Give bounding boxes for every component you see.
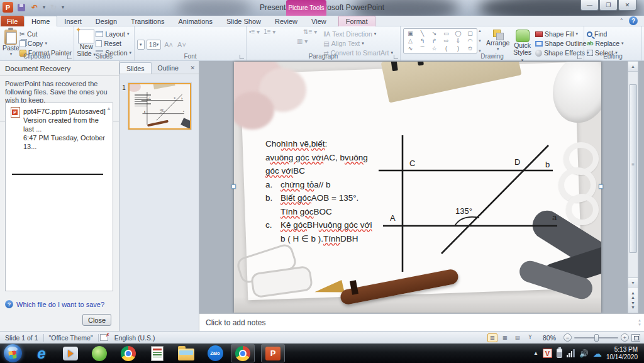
tab-view[interactable]: View — [304, 16, 333, 26]
taskbar-zalo-icon[interactable]: Zalo — [206, 345, 225, 362]
shapes-gallery[interactable]: ▣╲↘▭◯▢△↰↱⇨⇩◠∿⌒☆()✩ — [403, 28, 477, 53]
shape-icon[interactable]: ( — [445, 45, 447, 52]
arrange-button[interactable]: Arrange▾ — [486, 28, 509, 52]
shape-icon[interactable]: ▢ — [467, 30, 473, 37]
spellcheck-icon[interactable] — [100, 334, 108, 341]
shape-icon[interactable]: ◯ — [455, 30, 461, 37]
scrollbar-track[interactable] — [628, 72, 638, 277]
copy-button[interactable]: Copy▾ — [19, 39, 72, 48]
shrink-font-button[interactable]: A˅ — [176, 41, 187, 48]
shape-icon[interactable]: ▭ — [443, 30, 449, 37]
powerpoint-app-icon[interactable]: P — [3, 2, 13, 13]
restore-button[interactable]: ❐ — [599, 0, 618, 11]
shape-fill-button[interactable]: Shape Fill▾ — [535, 30, 591, 38]
layout-button[interactable]: Layout▾ — [96, 30, 131, 38]
network-signal-icon[interactable] — [567, 349, 575, 357]
tab-design[interactable]: Design — [89, 16, 124, 26]
undo-button[interactable]: ↶ — [30, 3, 40, 13]
previous-slide-button[interactable]: ▲▲ — [631, 291, 635, 299]
recovery-close-button[interactable]: Close — [82, 314, 111, 326]
shape-icon[interactable]: ⇩ — [456, 37, 461, 45]
selection-handle-left[interactable] — [231, 184, 236, 189]
shape-icon[interactable]: ↰ — [420, 37, 425, 45]
drawing-dialog-launcher[interactable] — [577, 55, 582, 59]
shape-icon[interactable]: ▣ — [408, 30, 413, 37]
scroll-up-arrow[interactable]: ▲ — [628, 62, 638, 72]
shape-icon[interactable]: ↘ — [432, 30, 437, 37]
tab-slides-thumbnails[interactable]: Slides — [119, 62, 152, 74]
shape-icon[interactable]: ) — [457, 45, 459, 52]
font-name-combo[interactable]: ▾ — [137, 40, 145, 50]
taskbar-chrome-active[interactable] — [231, 344, 255, 362]
shape-icon[interactable]: ☆ — [431, 45, 436, 52]
normal-view-button[interactable]: ▥ — [487, 333, 497, 342]
tab-insert[interactable]: Insert — [57, 16, 89, 26]
minimize-button[interactable]: — — [580, 0, 599, 11]
tab-format[interactable]: Format — [338, 16, 375, 26]
zoom-level[interactable]: 80% — [538, 334, 561, 342]
reading-view-button[interactable]: ▤ — [513, 333, 523, 342]
shape-icon[interactable]: ↱ — [432, 37, 437, 45]
filebox-scroll-arrow[interactable]: ▲ — [106, 106, 111, 111]
tab-animations[interactable]: Animations — [172, 16, 219, 26]
shape-icon[interactable]: ⇨ — [444, 37, 449, 45]
selection-handle-right[interactable] — [599, 184, 603, 189]
scroll-down-arrow[interactable]: ▼ — [628, 277, 638, 288]
font-size-combo[interactable]: 18▾ — [147, 40, 162, 50]
battery-icon[interactable] — [557, 349, 562, 358]
clipboard-dialog-launcher[interactable] — [67, 55, 72, 59]
paragraph-dialog-launcher[interactable] — [394, 55, 398, 59]
next-slide-button[interactable]: ▼▼ — [631, 301, 635, 310]
notes-placeholder[interactable]: Click to add notes — [206, 318, 265, 327]
vertical-scrollbar[interactable]: ▲ ▼ ▲▲ ▼▼ — [628, 61, 638, 313]
tab-outline[interactable]: Outline — [152, 62, 185, 74]
find-button[interactable]: Find — [587, 30, 639, 38]
shape-icon[interactable]: ✩ — [468, 45, 473, 52]
recovered-file-item[interactable]: ppt4F7C.pptm [Autosaved] Version created… — [6, 103, 113, 151]
help-button[interactable]: ? — [629, 16, 638, 25]
taskbar-clock[interactable]: 5:13 PM 10/14/2020 — [606, 346, 640, 361]
replace-button[interactable]: abReplace▾ — [587, 39, 639, 48]
zoom-slider-thumb[interactable] — [594, 334, 599, 342]
notes-pane[interactable]: Click to add notes ▲▼ — [199, 313, 644, 331]
redo-button[interactable]: ↻ — [48, 3, 58, 13]
slide-canvas[interactable]: CDbAa135° Cho hình vẽ, biết :a vuông góc… — [234, 62, 601, 313]
fit-to-window-button[interactable] — [631, 334, 640, 342]
taskbar-coccoc-icon[interactable] — [90, 345, 109, 362]
shape-outline-button[interactable]: Shape Outline▾ — [535, 39, 591, 48]
qat-customize-button[interactable]: ▾ — [62, 4, 64, 10]
start-button[interactable] — [4, 344, 22, 362]
volume-icon[interactable]: 🔊 — [579, 349, 589, 358]
taskbar-internet-explorer-icon[interactable]: e — [32, 345, 51, 362]
taskbar-file-explorer-icon[interactable] — [177, 345, 196, 362]
tab-home[interactable]: Home — [24, 16, 57, 26]
theme-name[interactable]: "Office Theme" — [44, 334, 98, 342]
hidden-icons-arrow[interactable]: ▲ — [533, 350, 538, 356]
zoom-out-button[interactable]: − — [564, 333, 572, 342]
grow-font-button[interactable]: A˄ — [163, 41, 174, 48]
shape-icon[interactable]: ╲ — [421, 30, 424, 37]
reset-button[interactable]: Reset — [96, 39, 131, 48]
tab-review[interactable]: Review — [268, 16, 304, 26]
zoom-slider[interactable] — [574, 337, 618, 338]
shape-icon[interactable]: ⌒ — [419, 45, 425, 52]
shape-icon[interactable]: △ — [408, 37, 413, 45]
notes-scroll-arrows[interactable]: ▲▼ — [638, 318, 641, 327]
bullets-button[interactable]: •≡ ▾ — [249, 28, 260, 35]
taskbar-chrome-icon[interactable] — [119, 345, 138, 362]
recovery-help-link[interactable]: ? Which file do I want to save? — [5, 300, 104, 308]
cut-button[interactable]: ✂Cut — [19, 30, 72, 38]
tab-slide-show[interactable]: Slide Show — [219, 16, 268, 26]
align-text-button[interactable]: ▤Align Text▾ — [323, 39, 393, 48]
taskbar-document-icon[interactable] — [148, 345, 167, 362]
slide-sorter-button[interactable]: ▦ — [500, 333, 510, 342]
tab-transitions[interactable]: Transitions — [124, 16, 171, 26]
slide-thumbnail[interactable]: CDbAa135° — [128, 83, 191, 130]
line-spacing-button[interactable]: ⇅≡ ▾ — [303, 28, 317, 35]
taskbar-media-player-icon[interactable] — [61, 345, 80, 362]
collapse-ribbon-button[interactable]: ⌃ — [619, 18, 624, 24]
tab-file[interactable]: File — [1, 16, 24, 26]
cloud-sync-icon[interactable]: ☁ — [593, 349, 602, 359]
save-button[interactable] — [16, 3, 26, 13]
font-dialog-launcher[interactable] — [240, 55, 244, 59]
